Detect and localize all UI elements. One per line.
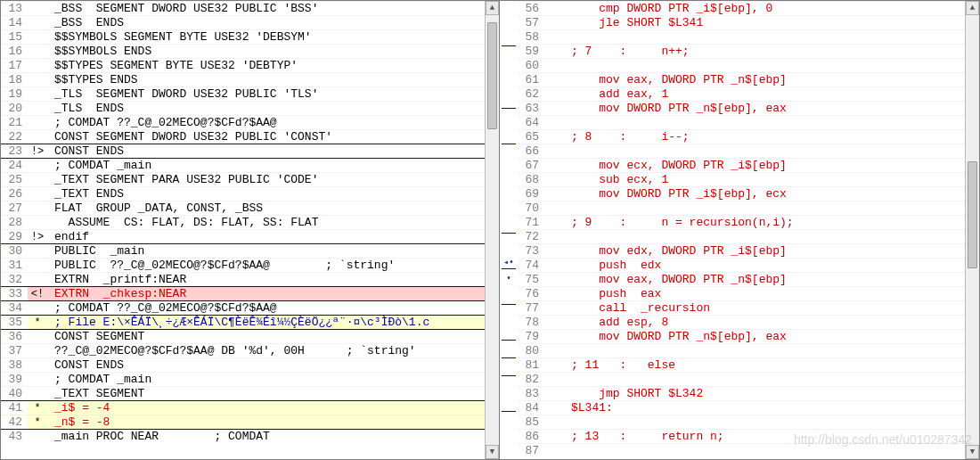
code-row[interactable]: 81; 11 : else (518, 357, 979, 372)
code-row[interactable]: 27FLAT GROUP _DATA, CONST, _BSS (1, 201, 499, 215)
diff-overview-strip[interactable]: ◂• • (500, 1, 518, 459)
line-number: 59 (518, 45, 544, 58)
map-line (502, 375, 516, 376)
left-diff-pane[interactable]: 13_BSS SEGMENT DWORD USE32 PUBLIC 'BSS'1… (1, 1, 500, 459)
code-row[interactable]: 17$$TYPES SEGMENT BYTE USE32 'DEBTYP' (1, 58, 499, 72)
scroll-up-icon[interactable]: ▲ (486, 1, 499, 15)
code-row[interactable]: 19_TLS SEGMENT DWORD USE32 PUBLIC 'TLS' (1, 86, 499, 101)
code-row[interactable]: 28 ASSUME CS: FLAT, DS: FLAT, SS: FLAT (1, 215, 499, 229)
code-row[interactable]: 73 mov edx, DWORD PTR _i$[ebp] (518, 243, 979, 258)
line-number: 58 (518, 30, 544, 44)
code-row[interactable]: 63 mov DWORD PTR _n$[ebp], eax (518, 101, 979, 115)
code-row[interactable]: 65; 8 : i--; (518, 129, 979, 144)
code-row[interactable]: 62 add eax, 1 (518, 86, 979, 101)
code-row[interactable]: 29!>endif (1, 229, 499, 243)
right-diff-pane[interactable]: 56 cmp DWORD PTR _i$[ebp], 057 jle SHORT… (518, 1, 979, 459)
code-row[interactable]: 34; COMDAT ??_C@_02MECO@?$CFd?$AA@ (1, 300, 499, 315)
line-number: 60 (518, 59, 544, 72)
code-row[interactable]: 57 jle SHORT $L341 (518, 15, 979, 29)
code-row[interactable]: 70 (518, 201, 979, 215)
code-row[interactable]: 24; COMDAT _main (1, 158, 499, 172)
code-row[interactable]: 64 (518, 115, 979, 129)
line-number: 40 (1, 387, 28, 400)
diff-marker: * (28, 415, 47, 429)
scroll-down-icon[interactable]: ▼ (966, 445, 979, 459)
code-row[interactable]: 86; 13 : return n; (518, 429, 979, 443)
right-scrollbar[interactable]: ▲ ▼ (965, 1, 979, 459)
code-text (564, 444, 979, 457)
code-row[interactable]: 32EXTRN _printf:NEAR (1, 272, 499, 286)
scroll-thumb[interactable] (487, 22, 497, 129)
code-row[interactable]: 39; COMDAT _main (1, 372, 499, 386)
code-row[interactable]: 87 (518, 443, 979, 457)
code-row[interactable]: 58 (518, 29, 979, 44)
code-row[interactable]: 66 (518, 144, 979, 158)
code-row[interactable]: 36CONST SEGMENT (1, 329, 499, 343)
code-row[interactable]: 77 call _recursion (518, 300, 979, 315)
line-number: 13 (1, 2, 28, 15)
code-row[interactable]: 13_BSS SEGMENT DWORD USE32 PUBLIC 'BSS' (1, 1, 499, 15)
code-row[interactable]: 74 push edx (518, 258, 979, 272)
code-row[interactable]: 82 (518, 372, 979, 386)
code-row[interactable]: 42*_n$ = -8 (1, 415, 499, 429)
code-row[interactable]: 71; 9 : n = recursion(n,i); (518, 215, 979, 229)
diff-marker (544, 144, 564, 158)
line-number: 76 (518, 287, 544, 300)
left-scrollbar[interactable]: ▲ ▼ (485, 1, 499, 459)
code-row[interactable]: 80 (518, 343, 979, 357)
line-number: 29 (1, 230, 28, 243)
scroll-down-icon[interactable]: ▼ (486, 445, 499, 459)
diff-marker (544, 316, 564, 329)
code-row[interactable]: 84$L341: (518, 400, 979, 415)
code-row[interactable]: 30PUBLIC _main (1, 243, 499, 258)
diff-marker (544, 401, 564, 415)
code-row[interactable]: 56 cmp DWORD PTR _i$[ebp], 0 (518, 1, 979, 15)
code-row[interactable]: 14_BSS ENDS (1, 15, 499, 29)
code-text: ; COMDAT _main (47, 159, 499, 172)
code-row[interactable]: 83 jmp SHORT $L342 (518, 386, 979, 400)
code-row[interactable]: 25_TEXT SEGMENT PARA USE32 PUBLIC 'CODE' (1, 172, 499, 186)
code-row[interactable]: 76 push eax (518, 286, 979, 300)
code-row[interactable]: 61 mov eax, DWORD PTR _n$[ebp] (518, 72, 979, 86)
code-row[interactable]: 68 sub ecx, 1 (518, 172, 979, 186)
code-row[interactable]: 67 mov ecx, DWORD PTR _i$[ebp] (518, 158, 979, 172)
code-text (564, 116, 979, 129)
code-row[interactable]: 38CONST ENDS (1, 357, 499, 372)
arrow-left-icon[interactable]: ◂• (502, 256, 515, 268)
code-row[interactable]: 21; COMDAT ??_C@_02MECO@?$CFd?$AA@ (1, 115, 499, 129)
dot-icon[interactable]: • (502, 272, 515, 284)
code-row[interactable]: 75 mov eax, DWORD PTR _n$[ebp] (518, 272, 979, 286)
scroll-up-icon[interactable]: ▲ (966, 1, 979, 15)
code-row[interactable]: 59; 7 : n++; (518, 44, 979, 58)
code-row[interactable]: 16$$SYMBOLS ENDS (1, 44, 499, 58)
code-row[interactable]: 15$$SYMBOLS SEGMENT BYTE USE32 'DEBSYM' (1, 29, 499, 44)
code-row[interactable]: 60 (518, 58, 979, 72)
code-row[interactable]: 26_TEXT ENDS (1, 186, 499, 201)
code-row[interactable]: 23!>CONST ENDS (1, 144, 499, 158)
code-row[interactable]: 33<!EXTRN _chkesp:NEAR (1, 286, 499, 300)
code-text (564, 59, 979, 72)
code-row[interactable]: 78 add esp, 8 (518, 315, 979, 329)
code-row[interactable]: 79 mov DWORD PTR _n$[ebp], eax (518, 329, 979, 343)
line-number: 43 (1, 430, 28, 443)
code-row[interactable]: 69 mov DWORD PTR _i$[ebp], ecx (518, 186, 979, 201)
code-text: $$TYPES ENDS (47, 73, 499, 86)
code-text (564, 144, 979, 158)
code-row[interactable]: 41*_i$ = -4 (1, 400, 499, 415)
code-row[interactable]: 43_main PROC NEAR ; COMDAT (1, 429, 499, 443)
code-row[interactable]: 40_TEXT SEGMENT (1, 386, 499, 400)
code-row[interactable]: 37??_C@_02MECO@?$CFd?$AA@ DB '%d', 00H ;… (1, 343, 499, 357)
line-number: 83 (518, 387, 544, 400)
line-number: 37 (1, 344, 28, 357)
code-row[interactable]: 31PUBLIC ??_C@_02MECO@?$CFd?$AA@ ; `stri… (1, 258, 499, 272)
map-line (502, 144, 516, 144)
code-row[interactable]: 22CONST SEGMENT DWORD USE32 PUBLIC 'CONS… (1, 129, 499, 144)
diff-marker (544, 87, 564, 101)
code-row[interactable]: 20_TLS ENDS (1, 101, 499, 115)
code-row[interactable]: 72 (518, 229, 979, 243)
code-row[interactable]: 18$$TYPES ENDS (1, 72, 499, 86)
code-row[interactable]: 85 (518, 415, 979, 429)
scroll-thumb[interactable] (968, 161, 977, 268)
code-row[interactable]: 35*; File E:\×ÊÁÏ\¸÷¿Æ×ÊÁÏ\C¶ÈëÊ¾Éî¼½ÇÈë… (1, 315, 499, 329)
diff-marker (28, 273, 47, 286)
